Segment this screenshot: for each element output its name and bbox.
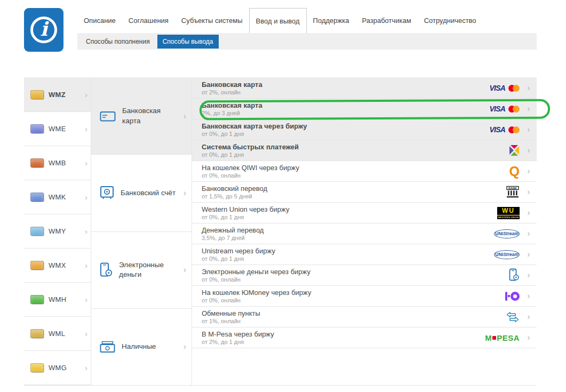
category-icon-wrap (100, 262, 113, 278)
method-row[interactable]: Unistream через биржуот 0%, до 1 дняUNIS… (192, 244, 537, 265)
currency-label: WME (49, 125, 66, 133)
top-nav-item[interactable]: Ввод и вывод (249, 8, 307, 33)
currency-item[interactable]: WMG› (24, 351, 91, 385)
category-column: Банковская карта›Банковский счёт›Электро… (91, 77, 192, 385)
subnav-item[interactable]: Способы вывода (157, 35, 219, 49)
e-money-phone-icon (509, 268, 520, 282)
method-row[interactable]: Банковская карта через биржуот 0%, до 1 … (192, 119, 537, 140)
category-item[interactable]: Наличные› (91, 309, 192, 385)
currency-item[interactable]: WMH› (24, 283, 91, 317)
chevron-right-icon: › (85, 261, 87, 270)
category-item[interactable]: Электронные деньги› (91, 232, 192, 309)
wmk-card-icon (30, 193, 44, 202)
method-title: Банковский перевод (202, 185, 267, 193)
method-row[interactable]: Система быстрых платежейот 0%, до 1 дня› (192, 140, 537, 161)
currency-label: WMB (49, 159, 66, 167)
logo-letter: i (40, 19, 47, 38)
top-nav-item[interactable]: Разработчикам (355, 8, 417, 33)
chevron-right-icon: › (85, 295, 87, 304)
site-logo[interactable]: i (24, 8, 63, 52)
method-icon-wrap (505, 292, 520, 301)
mastercard-logo (508, 126, 520, 133)
method-row[interactable]: Банковская картаот 2%, онлайнVISA› (192, 78, 537, 99)
chevron-right-icon: › (526, 83, 531, 93)
chevron-right-icon: › (526, 333, 531, 342)
top-nav-item[interactable]: Соглашения (122, 8, 175, 33)
method-text: Unistream через биржуот 0%, до 1 дня (202, 247, 275, 262)
wme-card-icon (30, 124, 44, 133)
subnav: Способы пополненияСпособы вывода (77, 33, 537, 50)
currency-item[interactable]: WML› (24, 317, 91, 351)
method-icon-wrap: WUWESTERN UNION (497, 207, 520, 219)
chevron-right-icon: › (526, 291, 531, 301)
chevron-right-icon: › (526, 270, 531, 280)
chevron-right-icon: › (85, 124, 87, 133)
currency-label: WMY (49, 227, 66, 235)
method-title: Банковская карта через биржу (202, 122, 307, 130)
method-text: В M-Pesa через биржуот 2%, до 1 дня (202, 330, 274, 345)
header-right: ОписаниеСоглашенияСубъекты системыВвод и… (77, 8, 537, 50)
method-row[interactable]: Банковская карта2%, до 3 днейVISA› (192, 99, 537, 119)
currency-item[interactable]: WMB› (24, 146, 91, 180)
top-nav-item[interactable]: Сотрудничество (418, 8, 483, 33)
wmb-card-icon (30, 158, 44, 167)
method-subtitle: от 0%, до 1 дня (202, 214, 289, 220)
chevron-right-icon: › (85, 363, 87, 372)
method-row[interactable]: Банковский переводот 1,5%, до 5 днейBANK… (192, 182, 537, 203)
method-row[interactable]: Электронные деньги через биржуот 0%, онл… (192, 265, 537, 286)
subnav-item[interactable]: Способы пополнения (81, 35, 155, 49)
category-label: Банковский счёт (121, 188, 176, 198)
empty-area (192, 348, 537, 385)
method-subtitle: от 0%, онлайн (202, 172, 299, 179)
method-subtitle: от 2%, онлайн (202, 89, 262, 95)
method-icon-wrap: BANK (506, 185, 520, 199)
bank-account-icon (100, 186, 114, 200)
category-icon-wrap (100, 341, 115, 353)
currency-label: WML (49, 330, 65, 338)
currency-item[interactable]: WMX› (24, 249, 91, 283)
chevron-right-icon: › (85, 329, 87, 338)
method-title: Банковская карта (202, 101, 262, 109)
method-icon-wrap: Q (509, 165, 520, 178)
mpesa-icon: MPESA (485, 333, 520, 342)
currency-item[interactable]: WMK› (24, 180, 91, 214)
top-nav-item[interactable]: Описание (77, 8, 122, 33)
method-text: Банковская картаот 2%, онлайн (202, 81, 262, 95)
method-subtitle: от 1%, онлайн (202, 318, 260, 324)
chevron-right-icon: › (85, 227, 87, 236)
method-title: Электронные деньги через биржу (202, 268, 310, 276)
bank-transfer-icon: BANK (506, 185, 520, 199)
chevron-right-icon: › (85, 158, 87, 167)
method-row[interactable]: Обменные пунктыот 1%, онлайн› (192, 307, 537, 327)
method-row[interactable]: На кошелек ЮMoney через биржуот 0%, онла… (192, 286, 537, 307)
e-money-icon (100, 262, 113, 278)
wmg-card-icon (30, 363, 44, 372)
method-row[interactable]: В M-Pesa через биржуот 2%, до 1 дняMPESA… (192, 327, 537, 348)
currency-item[interactable]: WMZ› (24, 78, 91, 112)
method-title: Система быстрых платежей (202, 143, 299, 151)
method-icon-wrap: MPESA (485, 333, 520, 342)
method-row[interactable]: Western Union через биржуот 0%, до 1 дня… (192, 203, 537, 223)
chevron-right-icon: › (184, 265, 186, 275)
chevron-right-icon: › (526, 125, 531, 134)
method-text: Western Union через биржуот 0%, до 1 дня (202, 205, 289, 220)
chevron-right-icon: › (526, 229, 531, 238)
method-icon-wrap: VISA (490, 125, 520, 134)
chevron-right-icon: › (85, 193, 87, 202)
method-icon-wrap (509, 268, 520, 282)
category-item[interactable]: Банковская карта› (91, 78, 192, 155)
currency-item[interactable]: WME› (24, 112, 91, 146)
mastercard-logo (508, 106, 520, 113)
method-row[interactable]: Денежный перевод3,5%, до 7 днейUNIStream… (192, 223, 537, 244)
currency-item[interactable]: WMY› (24, 214, 91, 249)
top-nav-item[interactable]: Субъекты системы (175, 8, 249, 33)
category-item[interactable]: Банковский счёт› (91, 155, 192, 231)
currency-label: WMZ (49, 91, 66, 99)
method-title: На кошелек QIWI через биржу (202, 164, 299, 172)
qiwi-icon: Q (509, 165, 520, 178)
top-nav-item[interactable]: Поддержка (307, 8, 356, 33)
chevron-right-icon: › (184, 188, 186, 198)
method-title: Банковская карта (202, 81, 262, 89)
method-row[interactable]: На кошелек QIWI через биржуот 0%, онлайн… (192, 161, 537, 182)
method-text: Обменные пунктыот 1%, онлайн (202, 309, 260, 324)
